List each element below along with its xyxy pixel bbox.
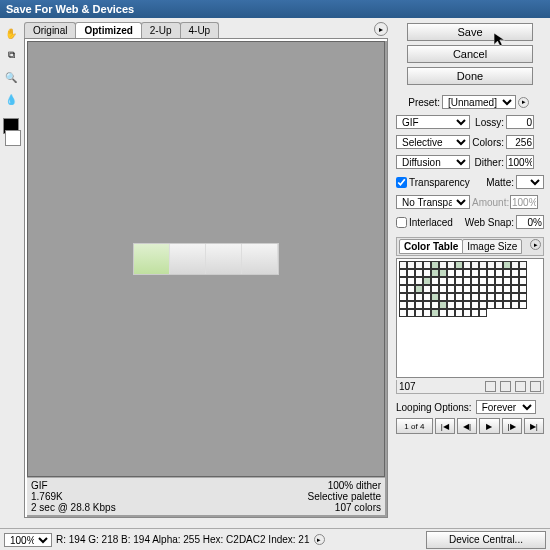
tab-color-table[interactable]: Color Table bbox=[399, 239, 463, 254]
color-swatch[interactable] bbox=[463, 285, 471, 293]
color-swatch[interactable] bbox=[407, 285, 415, 293]
color-swatch[interactable] bbox=[471, 269, 479, 277]
reduction-select[interactable]: Selective bbox=[396, 135, 470, 149]
color-swatch[interactable] bbox=[519, 285, 527, 293]
color-swatch[interactable] bbox=[423, 261, 431, 269]
dither-method-select[interactable]: Diffusion bbox=[396, 155, 470, 169]
color-swatch[interactable] bbox=[407, 269, 415, 277]
color-swatch[interactable] bbox=[439, 285, 447, 293]
prev-frame-button[interactable]: ◀| bbox=[457, 418, 477, 434]
dither-input[interactable] bbox=[506, 155, 534, 169]
color-swatch[interactable] bbox=[503, 285, 511, 293]
color-swatch[interactable] bbox=[479, 293, 487, 301]
color-swatch[interactable] bbox=[503, 269, 511, 277]
format-select[interactable]: GIF bbox=[396, 115, 470, 129]
color-swatch[interactable] bbox=[455, 269, 463, 277]
color-swatch[interactable] bbox=[471, 261, 479, 269]
trans-dither-select[interactable]: No Transparency ... bbox=[396, 195, 470, 209]
color-swatch[interactable] bbox=[479, 277, 487, 285]
color-swatch[interactable] bbox=[487, 277, 495, 285]
color-swatch[interactable] bbox=[407, 301, 415, 309]
preview-flyout-icon[interactable]: ▸ bbox=[374, 22, 388, 36]
tab-2up[interactable]: 2-Up bbox=[141, 22, 181, 38]
color-swatch[interactable] bbox=[487, 269, 495, 277]
color-swatch[interactable] bbox=[407, 293, 415, 301]
color-swatch[interactable] bbox=[519, 301, 527, 309]
color-swatch[interactable] bbox=[399, 269, 407, 277]
hand-tool-icon[interactable]: ✋ bbox=[2, 24, 20, 42]
color-swatch[interactable] bbox=[407, 277, 415, 285]
color-swatch[interactable] bbox=[503, 261, 511, 269]
color-swatch[interactable] bbox=[479, 261, 487, 269]
color-swatch[interactable] bbox=[431, 269, 439, 277]
color-swatch[interactable] bbox=[423, 269, 431, 277]
color-swatch[interactable] bbox=[511, 293, 519, 301]
interlaced-checkbox[interactable] bbox=[396, 217, 407, 228]
color-swatch[interactable] bbox=[415, 261, 423, 269]
color-swatch[interactable] bbox=[439, 269, 447, 277]
color-swatch[interactable] bbox=[519, 293, 527, 301]
color-swatch[interactable] bbox=[447, 293, 455, 301]
color-swatch[interactable] bbox=[503, 277, 511, 285]
color-swatch[interactable] bbox=[423, 293, 431, 301]
color-swatch[interactable] bbox=[471, 285, 479, 293]
transparency-checkbox[interactable] bbox=[396, 177, 407, 188]
color-swatch[interactable] bbox=[447, 309, 455, 317]
status-flyout-icon[interactable]: ▸ bbox=[314, 534, 325, 545]
color-swatch[interactable] bbox=[431, 301, 439, 309]
color-swatch[interactable] bbox=[511, 261, 519, 269]
play-button[interactable]: ▶ bbox=[479, 418, 499, 434]
lossy-input[interactable] bbox=[506, 115, 534, 129]
color-swatch[interactable] bbox=[455, 261, 463, 269]
color-swatch[interactable] bbox=[415, 301, 423, 309]
color-swatch[interactable] bbox=[495, 261, 503, 269]
color-swatch[interactable] bbox=[495, 301, 503, 309]
eyedropper-tool-icon[interactable]: 💧 bbox=[2, 90, 20, 108]
color-swatch[interactable] bbox=[455, 301, 463, 309]
preset-flyout-icon[interactable]: ▸ bbox=[518, 97, 529, 108]
zoom-select[interactable]: 100% bbox=[4, 533, 52, 547]
color-swatch[interactable] bbox=[519, 269, 527, 277]
color-swatch[interactable] bbox=[495, 285, 503, 293]
color-swatch[interactable] bbox=[503, 301, 511, 309]
color-swatch[interactable] bbox=[407, 261, 415, 269]
color-swatch[interactable] bbox=[447, 301, 455, 309]
color-swatch[interactable] bbox=[431, 309, 439, 317]
new-color-icon[interactable] bbox=[515, 381, 526, 392]
color-swatch[interactable] bbox=[519, 261, 527, 269]
color-swatch[interactable] bbox=[463, 261, 471, 269]
tab-4up[interactable]: 4-Up bbox=[180, 22, 220, 38]
color-swatch[interactable] bbox=[487, 293, 495, 301]
color-swatch[interactable] bbox=[399, 309, 407, 317]
color-swatch[interactable] bbox=[399, 277, 407, 285]
color-swatch[interactable] bbox=[495, 277, 503, 285]
zoom-tool-icon[interactable]: 🔍 bbox=[2, 68, 20, 86]
color-swatch[interactable] bbox=[399, 261, 407, 269]
looping-select[interactable]: Forever bbox=[476, 400, 536, 414]
color-swatch[interactable] bbox=[511, 269, 519, 277]
color-swatch[interactable] bbox=[415, 309, 423, 317]
color-swatch[interactable] bbox=[423, 309, 431, 317]
color-swatch[interactable] bbox=[487, 301, 495, 309]
color-swatch[interactable] bbox=[463, 301, 471, 309]
tab-optimized[interactable]: Optimized bbox=[75, 22, 141, 38]
color-swatch[interactable] bbox=[431, 293, 439, 301]
color-swatch[interactable] bbox=[431, 261, 439, 269]
color-swatch[interactable] bbox=[471, 301, 479, 309]
color-swatch[interactable] bbox=[479, 269, 487, 277]
trash-icon[interactable] bbox=[530, 381, 541, 392]
colortable-flyout-icon[interactable]: ▸ bbox=[530, 239, 541, 250]
preview-area[interactable] bbox=[27, 41, 385, 477]
background-swatch[interactable] bbox=[5, 130, 21, 146]
color-swatch[interactable] bbox=[503, 293, 511, 301]
color-swatch[interactable] bbox=[399, 285, 407, 293]
cancel-button[interactable]: Cancel bbox=[407, 45, 533, 63]
color-swatch[interactable] bbox=[479, 285, 487, 293]
color-swatch[interactable] bbox=[439, 301, 447, 309]
color-swatch[interactable] bbox=[487, 285, 495, 293]
color-swatch[interactable] bbox=[447, 277, 455, 285]
color-swatch[interactable] bbox=[431, 277, 439, 285]
color-swatch[interactable] bbox=[439, 261, 447, 269]
preset-select[interactable]: [Unnamed] bbox=[442, 95, 516, 109]
color-swatch[interactable] bbox=[495, 269, 503, 277]
